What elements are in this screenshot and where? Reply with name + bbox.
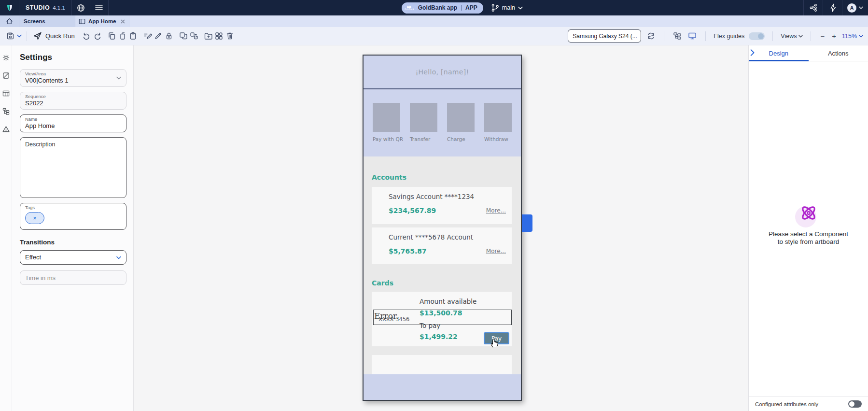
- tab-design[interactable]: Design: [749, 45, 809, 61]
- redo-button[interactable]: [92, 30, 103, 43]
- app-logo[interactable]: [0, 0, 19, 15]
- artboard-footer[interactable]: [364, 374, 521, 400]
- tab-app-home[interactable]: App Home: [75, 15, 129, 27]
- preview-button[interactable]: [687, 30, 698, 43]
- tags-field[interactable]: Tags ×: [20, 203, 126, 230]
- gear-icon: [2, 54, 10, 61]
- canvas[interactable]: ¡Hello, [name]! Pay with QR Transfer Cha…: [134, 45, 748, 411]
- divider: [27, 31, 27, 41]
- tags-label: Tags: [25, 205, 121, 211]
- accounts-heading: Accounts: [372, 173, 512, 181]
- paste-button[interactable]: [128, 30, 139, 43]
- rail-none-button[interactable]: [2, 72, 10, 79]
- device-selector-value: Samsung Galaxy S24 (...: [573, 33, 637, 40]
- ungroup-icon: [190, 32, 198, 40]
- branch-name: main: [502, 4, 515, 11]
- flex-guides-label: Flex guides: [714, 33, 744, 40]
- components-button[interactable]: [214, 30, 224, 43]
- main-menu-button[interactable]: [90, 0, 109, 15]
- tag-chip-remove[interactable]: ×: [25, 212, 44, 224]
- views-dropdown[interactable]: Views: [781, 33, 803, 40]
- action-tile-charge[interactable]: Charge: [447, 103, 475, 157]
- project-selector[interactable]: GoldBank GoldBank app APP: [402, 2, 483, 14]
- artboard-main: Accounts Savings Account ****1234 $234,5…: [364, 156, 521, 374]
- greeting-text: ¡Hello, [name]!: [416, 68, 469, 76]
- sequence-field[interactable]: Sequence S2022: [20, 92, 126, 110]
- undo-button[interactable]: [82, 30, 92, 43]
- layout-tree-button[interactable]: [672, 30, 683, 43]
- topbar-right: A: [803, 0, 868, 15]
- description-field[interactable]: Description: [20, 137, 126, 198]
- account-card[interactable]: Savings Account ****1234 $234,567.89 Mor…: [372, 187, 512, 224]
- effect-dropdown[interactable]: Effect: [20, 250, 126, 265]
- integrations-button[interactable]: [803, 0, 823, 15]
- view-area-dropdown[interactable]: View/Area V00|Contents 1: [20, 69, 126, 87]
- atom-icon: [799, 203, 818, 223]
- configured-attributes-toggle[interactable]: [848, 400, 862, 408]
- toolbar-right: Samsung Galaxy S24 (... Flex guides View…: [568, 29, 863, 43]
- rename-button[interactable]: [142, 30, 153, 43]
- zoom-in-button[interactable]: +: [830, 32, 838, 40]
- pay-button[interactable]: Pay: [484, 332, 509, 344]
- copy-button[interactable]: [107, 30, 117, 43]
- image-placeholder: [447, 103, 475, 132]
- view-area-value: V00|Contents 1: [25, 77, 68, 85]
- tab-screens[interactable]: Screens: [19, 15, 75, 27]
- table-columns-icon: [2, 90, 10, 97]
- ungroup-button[interactable]: [189, 30, 199, 43]
- artboard[interactable]: ¡Hello, [name]! Pay with QR Transfer Cha…: [363, 55, 522, 401]
- globe-icon: [77, 4, 85, 12]
- boost-button[interactable]: [823, 0, 842, 15]
- zoom-out-button[interactable]: −: [819, 32, 826, 40]
- rail-settings-button[interactable]: [2, 54, 10, 61]
- chevron-down-icon: [859, 6, 863, 9]
- lock-button[interactable]: [164, 30, 174, 43]
- close-icon[interactable]: [121, 19, 125, 24]
- chevron-down-icon: [518, 6, 523, 10]
- device-selector[interactable]: Samsung Galaxy S24 (...: [568, 29, 641, 43]
- tab-actions[interactable]: Actions: [809, 45, 868, 61]
- more-link[interactable]: More...: [486, 248, 506, 255]
- redo-icon: [93, 32, 101, 40]
- action-tile-transfer[interactable]: Transfer: [410, 103, 437, 157]
- refresh-button[interactable]: [645, 30, 656, 43]
- account-menu[interactable]: A: [842, 0, 868, 15]
- time-field[interactable]: [20, 270, 126, 285]
- studio-logo-icon: [5, 3, 14, 12]
- group-button[interactable]: [178, 30, 189, 43]
- draw-button[interactable]: [153, 30, 164, 43]
- flex-guides-toggle[interactable]: [749, 32, 765, 40]
- action-tile-withdraw[interactable]: Withdraw: [484, 103, 512, 157]
- image-placeholder: [410, 103, 437, 132]
- artboard-selection-handle[interactable]: [522, 214, 532, 232]
- project-name: GoldBank app: [418, 4, 457, 11]
- zoom-level-dropdown[interactable]: 115%: [842, 33, 863, 40]
- save-icon: [6, 32, 14, 40]
- artboard-header[interactable]: ¡Hello, [name]!: [364, 56, 521, 89]
- save-options-button[interactable]: [15, 30, 23, 43]
- credit-card-item[interactable]: Error XXXX 3456 Amount available $13,500…: [372, 292, 512, 346]
- add-folder-button[interactable]: [203, 30, 214, 43]
- transitions-title: Transitions: [20, 239, 126, 246]
- action-tile-pay-with-qr[interactable]: Pay with QR: [373, 103, 400, 157]
- time-input[interactable]: [25, 274, 121, 282]
- duplicate-icon: [118, 32, 126, 40]
- account-card[interactable]: Current ****5678 Account $5,765.87 More.…: [372, 227, 512, 264]
- home-tab[interactable]: [0, 15, 19, 27]
- save-button[interactable]: [5, 30, 15, 43]
- branch-selector[interactable]: main: [491, 3, 523, 12]
- quick-run-button[interactable]: Quick Run: [33, 32, 75, 40]
- more-link[interactable]: More...: [486, 207, 506, 214]
- configured-attributes-label: Configured attributes only: [755, 401, 818, 407]
- globe-button[interactable]: [72, 0, 90, 15]
- available-label: Amount available: [420, 298, 476, 305]
- avatar: A: [847, 3, 856, 13]
- divider: [705, 31, 706, 41]
- cut-button[interactable]: [117, 30, 128, 43]
- delete-button[interactable]: [224, 30, 235, 43]
- rail-table-button[interactable]: [2, 90, 10, 97]
- rail-tree-button[interactable]: [2, 108, 10, 115]
- name-field[interactable]: Name App Home: [20, 114, 126, 132]
- empty-list-item[interactable]: [372, 355, 512, 374]
- rail-warnings-button[interactable]: [2, 126, 10, 133]
